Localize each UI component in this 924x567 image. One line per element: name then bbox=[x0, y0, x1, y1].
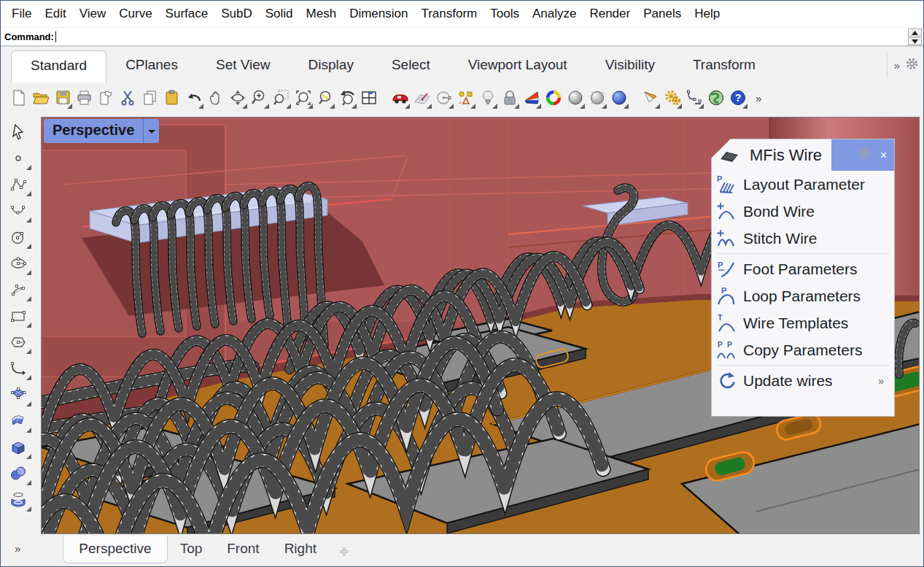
sphere-icon[interactable] bbox=[5, 460, 31, 487]
mfis-item-loop-parameters[interactable]: P Loop Parameters bbox=[712, 282, 894, 309]
mfis-item-copy-parameters[interactable]: PP Copy Parameters bbox=[712, 336, 894, 363]
tab-standard[interactable]: Standard bbox=[11, 50, 106, 82]
spin-down-button[interactable] bbox=[908, 37, 922, 45]
menu-render[interactable]: Render bbox=[583, 5, 637, 23]
tab-overflow-chevron[interactable]: » bbox=[894, 59, 900, 72]
dimension-icon[interactable] bbox=[685, 86, 704, 110]
mfis-item-label: Stitch Wire bbox=[743, 230, 818, 247]
help-icon[interactable]: ? bbox=[729, 86, 748, 110]
surface-patch-icon[interactable] bbox=[5, 408, 31, 434]
print-icon[interactable] bbox=[75, 86, 94, 110]
mfis-panel-overflow-chevron[interactable]: » bbox=[878, 375, 884, 387]
mfis-item-stitch-wire[interactable]: Stitch Wire bbox=[712, 225, 894, 252]
gear-icon[interactable] bbox=[857, 146, 871, 164]
lock-icon[interactable] bbox=[500, 86, 519, 110]
move-car-icon[interactable] bbox=[391, 86, 410, 110]
undo-icon[interactable] bbox=[185, 86, 203, 110]
color-wheel-icon[interactable] bbox=[544, 86, 563, 110]
options-gears-icon[interactable] bbox=[663, 86, 682, 110]
menu-help[interactable]: Help bbox=[688, 5, 726, 23]
menu-tools[interactable]: Tools bbox=[484, 5, 526, 23]
set-view-circle-icon[interactable] bbox=[435, 86, 454, 110]
menu-subd[interactable]: SubD bbox=[214, 5, 259, 23]
display-wedge-icon[interactable] bbox=[522, 86, 541, 110]
mfis-item-bond-wire[interactable]: Bond Wire bbox=[712, 198, 894, 225]
tab-set-view[interactable]: Set View bbox=[197, 57, 290, 82]
rendered-sphere-icon[interactable] bbox=[610, 86, 629, 110]
save-icon[interactable] bbox=[53, 86, 72, 110]
perspective-viewport[interactable]: Perspective MFis Wire × P bbox=[41, 117, 920, 534]
tab-transform[interactable]: Transform bbox=[674, 57, 774, 82]
menu-file[interactable]: File bbox=[5, 5, 38, 23]
viewport-tab-top[interactable]: Top bbox=[168, 536, 215, 557]
close-icon[interactable]: × bbox=[880, 150, 887, 161]
menu-analyze[interactable]: Analyze bbox=[526, 5, 583, 23]
object-snap-icon[interactable] bbox=[457, 86, 475, 110]
toolbar-tab-row: Standard CPlanes Set View Display Select… bbox=[1, 47, 923, 82]
tab-viewport-layout[interactable]: Viewport Layout bbox=[449, 57, 586, 82]
separator bbox=[717, 253, 889, 254]
mfis-item-update-wires[interactable]: Update wires » bbox=[712, 367, 894, 394]
menu-curve[interactable]: Curve bbox=[112, 5, 158, 23]
rectangle-icon[interactable] bbox=[5, 303, 31, 329]
add-viewport-icon[interactable] bbox=[339, 544, 349, 560]
ghosted-sphere-icon[interactable] bbox=[588, 86, 607, 110]
menu-transform[interactable]: Transform bbox=[414, 5, 484, 23]
surface-from-points-icon[interactable] bbox=[5, 382, 31, 408]
menu-dimension[interactable]: Dimension bbox=[343, 5, 414, 23]
mfis-item-layout-parameter[interactable]: P Layout Parameter bbox=[712, 171, 894, 198]
tab-cplanes[interactable]: CPlanes bbox=[106, 57, 197, 82]
viewport-tab-front[interactable]: Front bbox=[214, 536, 271, 557]
spotlight-icon[interactable] bbox=[641, 86, 660, 110]
mfis-item-foot-parameters[interactable]: P Foot Parameters bbox=[712, 255, 894, 282]
toolbar-overflow-chevron[interactable]: » bbox=[756, 92, 761, 104]
mfis-item-wire-templates[interactable]: T Wire Templates bbox=[712, 309, 894, 336]
cut-icon[interactable] bbox=[119, 86, 138, 110]
viewport-title-dropdown[interactable]: Perspective bbox=[44, 119, 159, 143]
shaded-sphere-icon[interactable] bbox=[566, 86, 585, 110]
export-with-tag-icon[interactable] bbox=[97, 86, 116, 110]
zoom-selected-icon[interactable] bbox=[294, 86, 313, 110]
spin-up-button[interactable] bbox=[908, 28, 922, 36]
open-file-icon[interactable] bbox=[31, 86, 50, 110]
cplane-icon[interactable] bbox=[413, 86, 432, 110]
new-document-icon[interactable] bbox=[9, 86, 28, 110]
control-point-curve-icon[interactable] bbox=[5, 171, 31, 198]
viewport-layout-icon[interactable] bbox=[360, 86, 378, 110]
tab-visibility[interactable]: Visibility bbox=[586, 57, 674, 82]
select-arrow-icon[interactable] bbox=[5, 119, 31, 145]
undo-view-change-icon[interactable] bbox=[338, 86, 357, 110]
tab-select[interactable]: Select bbox=[373, 57, 449, 82]
box-icon[interactable] bbox=[5, 434, 31, 460]
gear-icon[interactable] bbox=[905, 57, 919, 73]
zoom-window-icon[interactable] bbox=[272, 86, 291, 110]
menu-view[interactable]: View bbox=[73, 5, 113, 23]
arc-icon[interactable] bbox=[5, 277, 31, 303]
point-icon[interactable] bbox=[5, 145, 31, 171]
polygon-icon[interactable] bbox=[5, 329, 31, 355]
menu-panels[interactable]: Panels bbox=[637, 5, 688, 23]
tab-display[interactable]: Display bbox=[290, 57, 373, 82]
ellipse-icon[interactable] bbox=[5, 250, 31, 277]
zoom-dynamic-icon[interactable] bbox=[250, 86, 269, 110]
lamp-icon[interactable] bbox=[478, 86, 497, 110]
left-toolbar-overflow-chevron[interactable]: » bbox=[15, 542, 20, 555]
fillet-curves-icon[interactable] bbox=[5, 355, 31, 382]
menu-surface[interactable]: Surface bbox=[159, 5, 215, 23]
chevron-down-icon[interactable] bbox=[143, 119, 159, 143]
interpolate-curve-icon[interactable] bbox=[5, 198, 31, 224]
revolve-icon[interactable] bbox=[5, 487, 31, 513]
paste-icon[interactable] bbox=[163, 86, 182, 110]
web-browser-earth-icon[interactable] bbox=[707, 86, 726, 110]
menu-solid[interactable]: Solid bbox=[259, 5, 300, 23]
pan-view-icon[interactable] bbox=[206, 86, 225, 110]
circle-icon[interactable] bbox=[5, 224, 31, 250]
viewport-tab-perspective[interactable]: Perspective bbox=[63, 536, 167, 563]
copy-icon[interactable] bbox=[141, 86, 160, 110]
menu-edit[interactable]: Edit bbox=[38, 5, 72, 23]
viewport-tab-right[interactable]: Right bbox=[272, 536, 329, 557]
zoom-target-icon[interactable] bbox=[316, 86, 335, 110]
command-bar[interactable]: Command: bbox=[1, 27, 923, 47]
menu-mesh[interactable]: Mesh bbox=[300, 5, 343, 23]
rotate-view-icon[interactable] bbox=[228, 86, 247, 110]
